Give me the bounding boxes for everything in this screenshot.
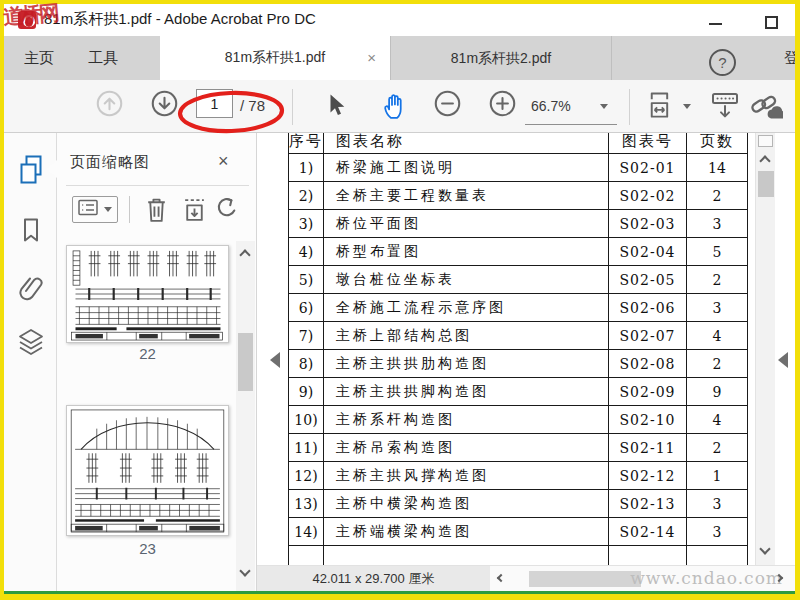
document-page[interactable]: 序号 图表名称 图表号 页数 1)桥梁施工图说明S02-0114 2)全桥主要工…: [257, 133, 795, 565]
select-tool-button[interactable]: [326, 93, 346, 122]
table-row: 14)主桥端横梁构造图S02-143: [289, 518, 748, 546]
close-panel-icon[interactable]: ×: [218, 151, 229, 171]
cell-code: S02-10: [609, 406, 687, 434]
page-number-input[interactable]: [196, 89, 233, 118]
cell-code: S02-06: [609, 294, 687, 322]
scroll-up-icon[interactable]: [759, 155, 770, 166]
close-tab-icon[interactable]: ×: [367, 36, 376, 80]
cell-code: S02-09: [609, 378, 687, 406]
cell-name: 主桥系杆构造图: [324, 406, 609, 434]
tab-home[interactable]: 主页: [24, 36, 54, 80]
previous-page-button[interactable]: [96, 90, 123, 121]
scrollbar-top-box: [758, 135, 773, 147]
doc-tab-active[interactable]: 81m系杆拱1.pdf ×: [160, 36, 390, 80]
navigation-pane-strip: [4, 133, 57, 591]
doc-tab-label: 81m系杆拱1.pdf: [225, 49, 325, 67]
bookmarks-tab[interactable]: [4, 217, 57, 248]
cell-no: 2): [289, 182, 324, 210]
maximize-button[interactable]: [765, 16, 778, 29]
cell-no: 3): [289, 210, 324, 238]
table-row: 2)全桥主要工程数量表S02-022: [289, 182, 748, 210]
toolbar-divider: [292, 89, 293, 125]
cell-pages: 2: [687, 350, 748, 378]
document-scrollbar[interactable]: [755, 133, 775, 565]
cell-name: 全桥主要工程数量表: [324, 182, 609, 210]
cell-no: 1): [289, 154, 324, 182]
chevron-down-icon[interactable]: [600, 104, 608, 109]
table-row-partial: [289, 546, 748, 566]
acrobat-window: 81m系杆拱1.pdf - Adobe Acrobat Pro DC 主页 工具…: [0, 0, 800, 600]
extract-pages-button[interactable]: [181, 196, 208, 227]
doc-tab-inactive[interactable]: 81m系杆拱2.pdf: [390, 36, 612, 80]
arrow-down-circle-icon: [151, 103, 178, 120]
toolbar-divider: [629, 89, 630, 125]
extract-page-icon: [181, 209, 208, 226]
cell-no: 10): [289, 406, 324, 434]
hand-tool-button[interactable]: [381, 91, 408, 124]
scroll-up-icon[interactable]: [239, 249, 250, 260]
help-icon[interactable]: ?: [709, 49, 736, 76]
cell-pages: 3: [687, 294, 748, 322]
table-row: 9)主桥主拱拱脚构造图S02-099: [289, 378, 748, 406]
cell-name: 主桥吊索构造图: [324, 434, 609, 462]
cell-code: S02-08: [609, 350, 687, 378]
thumbnail-options-button[interactable]: [72, 196, 118, 223]
rotate-counterclockwise-icon: [215, 209, 238, 226]
header-code: 图表号: [609, 133, 687, 154]
minimize-button[interactable]: [709, 23, 722, 25]
layers-tab[interactable]: [4, 327, 57, 361]
scroll-down-icon[interactable]: [239, 565, 250, 576]
page-thumbnail-23[interactable]: [66, 405, 229, 536]
horizontal-scrollbar-thumb[interactable]: [529, 571, 641, 587]
frame-edge: [0, 0, 800, 4]
acrobat-app-icon: [18, 11, 36, 29]
rotate-pages-button[interactable]: [215, 196, 238, 227]
scrollbar-thumb[interactable]: [238, 333, 253, 391]
scrollbar-thumb[interactable]: [758, 171, 774, 197]
scroll-down-icon[interactable]: [759, 543, 770, 554]
zoom-in-button[interactable]: [489, 90, 516, 121]
zoom-out-button[interactable]: [434, 90, 461, 121]
title-bar: 81m系杆拱1.pdf - Adobe Acrobat Pro DC: [4, 4, 795, 36]
document-toc-table: 序号 图表名称 图表号 页数 1)桥梁施工图说明S02-0114 2)全桥主要工…: [288, 133, 748, 565]
hand-tool-icon: [381, 106, 408, 123]
share-link-button[interactable]: [749, 91, 783, 125]
page-display-button[interactable]: [644, 91, 673, 125]
cell-pages: 2: [687, 182, 748, 210]
cell-no: 6): [289, 294, 324, 322]
cell-no: 9): [289, 378, 324, 406]
next-page-button[interactable]: [151, 90, 178, 121]
header-name: 图表名称: [324, 133, 609, 154]
scroll-left-icon[interactable]: [497, 574, 505, 582]
cell-name: 主桥上部结构总图: [324, 322, 609, 350]
delete-pages-button[interactable]: [145, 196, 168, 227]
cell-no: 5): [289, 266, 324, 294]
open-tools-pane-icon[interactable]: [778, 352, 788, 368]
cell-pages: 4: [687, 406, 748, 434]
attachments-tab[interactable]: [4, 271, 57, 309]
cell-pages: 5: [687, 238, 748, 266]
trash-icon: [145, 209, 168, 226]
page-thumbnails-panel: 页面缩略图 ×: [57, 133, 257, 591]
cell-pages: 3: [687, 210, 748, 238]
header-pages: 页数: [687, 133, 748, 154]
cell-code: S02-04: [609, 238, 687, 266]
cell-pages: 9: [687, 378, 748, 406]
table-row: 3)桥位平面图S02-033: [289, 210, 748, 238]
table-row: 4)桥型布置图S02-045: [289, 238, 748, 266]
send-toolbar-icon: [711, 107, 739, 124]
collapse-left-pane-icon[interactable]: [270, 352, 280, 368]
cell-name: 墩台桩位坐标表: [324, 266, 609, 294]
thumbnail-page-number: 22: [66, 345, 229, 362]
cell-no: 12): [289, 462, 324, 490]
panel-scrollbar[interactable]: [236, 241, 255, 591]
window-title: 81m系杆拱1.pdf - Adobe Acrobat Pro DC: [44, 10, 316, 29]
cell-name: 主桥中横梁构造图: [324, 490, 609, 518]
paperclip-icon: [18, 271, 44, 309]
cell-pages: 3: [687, 518, 748, 546]
page-thumbnail-22[interactable]: [66, 245, 229, 343]
cell-code: S02-03: [609, 210, 687, 238]
toolbar-collapse-button[interactable]: [711, 91, 739, 125]
tab-tools[interactable]: 工具: [88, 36, 118, 80]
chevron-down-icon[interactable]: [683, 104, 691, 109]
